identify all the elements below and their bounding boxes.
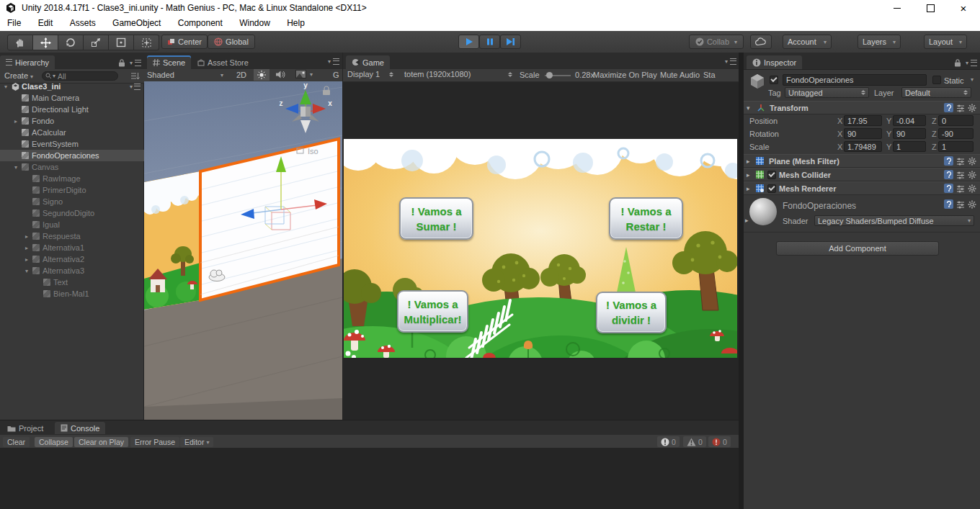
presets-icon[interactable]: [956, 104, 965, 112]
audio-toggle-button[interactable]: [275, 70, 285, 79]
menu-help[interactable]: Help: [280, 16, 312, 30]
hierarchy-item-selected[interactable]: FondoOperaciones: [0, 150, 144, 161]
info-count-toggle[interactable]: 0: [657, 436, 680, 447]
add-component-button[interactable]: Add Component: [776, 241, 939, 256]
hierarchy-item[interactable]: Signo: [0, 196, 144, 207]
create-button[interactable]: Create▾: [4, 71, 33, 80]
scale-z-field[interactable]: 1: [938, 141, 974, 152]
static-dropdown-arrow[interactable]: ▾: [971, 76, 974, 83]
gizmos-dropdown[interactable]: G: [333, 71, 339, 79]
collab-button[interactable]: Collab▾: [689, 35, 744, 49]
gear-icon[interactable]: [968, 157, 976, 166]
rect-tool-button[interactable]: [109, 35, 134, 50]
effects-dropdown-button[interactable]: ▾: [295, 70, 313, 78]
foldout-icon[interactable]: ▾: [1, 84, 10, 90]
toggle-2d-button[interactable]: 2D: [236, 71, 246, 79]
tab-console[interactable]: Console: [55, 422, 105, 434]
lock-icon[interactable]: [954, 58, 961, 67]
pivot-center-button[interactable]: Center: [161, 35, 208, 49]
game-button-dividir[interactable]: ! Vamos adividir !: [596, 292, 667, 333]
presets-icon[interactable]: [956, 171, 965, 179]
menu-component[interactable]: Component: [171, 16, 230, 30]
hierarchy-item[interactable]: Bien-Mal1: [0, 288, 144, 299]
help-icon[interactable]: [944, 199, 953, 209]
collapse-toggle[interactable]: Collapse: [35, 437, 73, 447]
hierarchy-sort-icon[interactable]: [130, 72, 140, 80]
scale-y-field[interactable]: 1: [893, 141, 926, 152]
move-tool-button[interactable]: [33, 35, 58, 50]
error-pause-toggle[interactable]: Error Pause: [130, 437, 179, 447]
mesh-filter-header[interactable]: Plane (Mesh Filter): [744, 154, 980, 168]
stats-toggle[interactable]: Sta: [703, 71, 736, 79]
close-button[interactable]: ×: [947, 0, 980, 16]
scene-root-row[interactable]: ▾ Clase3_ini ▾: [0, 81, 144, 92]
transform-combined-tool-button[interactable]: [134, 35, 159, 50]
minimize-button[interactable]: [881, 0, 914, 16]
hierarchy-item[interactable]: ▾Alternativa3: [0, 265, 144, 276]
scene-row-menu[interactable]: ▾: [128, 84, 141, 90]
foldout-icon[interactable]: [747, 185, 754, 192]
draw-mode-dropdown[interactable]: Shaded▾: [147, 70, 223, 80]
game-button-multiplicar[interactable]: ! Vamos aMultiplicar!: [397, 290, 468, 333]
rotate-tool-button[interactable]: [58, 35, 84, 50]
position-y-field[interactable]: -0.04: [893, 115, 926, 126]
gameobject-icon[interactable]: [749, 73, 765, 89]
shader-dropdown[interactable]: Legacy Shaders/Bumped Diffuse▾: [814, 215, 974, 226]
layer-dropdown[interactable]: Default: [901, 87, 971, 98]
scale-x-field[interactable]: 1.79489: [844, 141, 882, 152]
position-x-field[interactable]: 17.95: [844, 115, 882, 126]
menu-edit[interactable]: Edit: [31, 16, 61, 30]
maximize-button[interactable]: [914, 0, 947, 16]
clear-on-play-toggle[interactable]: Clear on Play: [74, 437, 128, 447]
play-button[interactable]: [458, 35, 479, 49]
hierarchy-item[interactable]: Main Camera: [0, 92, 144, 104]
game-button-sumar[interactable]: ! Vamos aSumar !: [399, 197, 473, 240]
help-icon[interactable]: [944, 103, 953, 112]
foldout-icon[interactable]: [747, 158, 754, 165]
pane-menu-icon[interactable]: [135, 60, 141, 66]
position-z-field[interactable]: 0: [938, 115, 974, 126]
gear-icon[interactable]: [968, 184, 976, 193]
step-button[interactable]: [500, 35, 521, 49]
space-global-button[interactable]: Global: [208, 35, 255, 49]
scale-tool-button[interactable]: [84, 35, 109, 50]
menu-file[interactable]: File: [0, 16, 28, 30]
hierarchy-item[interactable]: Text: [0, 276, 144, 288]
mesh-collider-header[interactable]: Mesh Collider: [744, 168, 980, 181]
tab-scene[interactable]: Scene: [147, 55, 191, 69]
hierarchy-item[interactable]: EventSystem: [0, 138, 144, 150]
help-icon[interactable]: [944, 170, 953, 179]
lighting-toggle-button[interactable]: [254, 69, 270, 81]
presets-icon[interactable]: [956, 157, 965, 166]
rotation-z-field[interactable]: -90: [938, 128, 974, 139]
component-enabled-checkbox[interactable]: [767, 171, 776, 179]
gear-icon[interactable]: [968, 200, 976, 209]
active-checkbox[interactable]: [770, 76, 778, 84]
layers-dropdown[interactable]: Layers▾: [858, 35, 901, 49]
scale-slider-knob[interactable]: [546, 72, 553, 78]
scene-viewport[interactable]: y z x Iso: [144, 81, 342, 420]
help-icon[interactable]: [944, 184, 953, 193]
tab-game[interactable]: Game: [346, 55, 390, 69]
presets-icon[interactable]: [956, 200, 965, 209]
menu-gameobject[interactable]: GameObject: [105, 16, 168, 30]
gear-icon[interactable]: [968, 104, 976, 112]
object-name-field[interactable]: FondoOperaciones: [783, 74, 927, 86]
console-log-area[interactable]: [0, 448, 739, 509]
rotation-y-field[interactable]: 90: [893, 128, 926, 139]
material-foldout-icon[interactable]: [745, 217, 752, 224]
component-enabled-checkbox[interactable]: [767, 184, 776, 193]
gear-icon[interactable]: [968, 171, 976, 179]
transform-component-header[interactable]: Transform: [744, 101, 980, 114]
warning-count-toggle[interactable]: 0: [683, 436, 706, 447]
material-preview-sphere[interactable]: [749, 198, 777, 225]
hierarchy-item[interactable]: ACalcular: [0, 127, 144, 138]
hierarchy-item[interactable]: ▸Alternativa1: [0, 242, 144, 253]
editor-dropdown[interactable]: Editor▾: [180, 437, 213, 447]
vertical-splitter[interactable]: [739, 53, 744, 509]
mute-audio-toggle[interactable]: Mute Audio: [660, 71, 700, 79]
game-pane-menu[interactable]: ▾: [723, 58, 736, 65]
pause-button[interactable]: [479, 35, 500, 49]
hierarchy-item[interactable]: SegundoDigito: [0, 207, 144, 219]
foldout-icon[interactable]: [747, 171, 754, 179]
